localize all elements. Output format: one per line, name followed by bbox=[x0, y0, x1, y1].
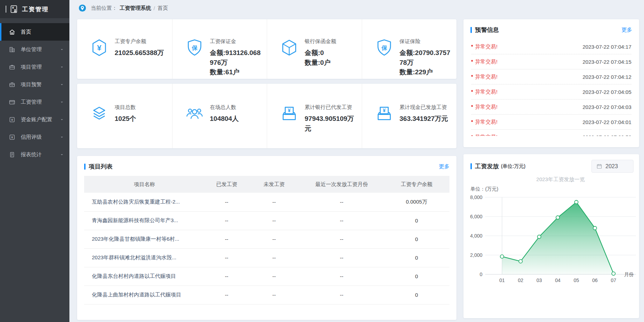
sidebar-item-label: 报表统计 bbox=[21, 151, 42, 158]
caret-down-icon bbox=[60, 118, 64, 122]
yuan-hexagon-icon: ¥ bbox=[90, 39, 108, 57]
svg-text:04: 04 bbox=[555, 278, 561, 283]
warning-list-item[interactable]: 异常交易! 2023-07-22 07:04:15 bbox=[471, 54, 631, 69]
sidebar-item-label: 工资管理 bbox=[21, 99, 42, 105]
warning-list-item[interactable]: 异常交易! 2023-07-22 07:04:17 bbox=[471, 39, 631, 54]
warning-panel-title: 预警信息 bbox=[475, 26, 499, 34]
table-column-header: 最近一次发放工资月份 bbox=[300, 176, 384, 193]
svg-text:¥: ¥ bbox=[12, 6, 14, 9]
project-table-row[interactable]: 2023年群科镇滩北村溢洪道沟水毁...------0 bbox=[84, 248, 449, 267]
project-list-more-link[interactable]: 更多 bbox=[439, 163, 449, 170]
breadcrumb: 当前位置： 工资管理系统 / 首页 bbox=[69, 0, 644, 16]
project-cell-balance: 0.0005万 bbox=[384, 193, 449, 211]
project-cell-balance: 0 bbox=[384, 211, 449, 230]
caret-down-icon bbox=[60, 153, 64, 157]
warning-timestamp: 2023-07-22 07:04:12 bbox=[583, 74, 631, 80]
salary-chart-header: 工资发放 (单位:万元) 2023 bbox=[463, 154, 639, 174]
year-picker[interactable]: 2023 bbox=[591, 160, 633, 173]
warning-list-item[interactable]: 异常交易! 2023-07-22 07:04:01 bbox=[471, 115, 631, 130]
salary-chart-title: 工资发放 bbox=[475, 162, 499, 170]
warning-list-item[interactable]: 异常交易! 2023-07-22 07:04:12 bbox=[471, 69, 631, 84]
unit-management-icon bbox=[9, 46, 15, 53]
warning-timestamp: 2023-07-22 07:04:17 bbox=[583, 44, 631, 50]
project-cell-unpaid: -- bbox=[249, 230, 300, 248]
project-table-row[interactable]: 互助县农村公路灾后恢复重建工程-2...------0.0005万 bbox=[84, 193, 449, 211]
project-cell-balance: 0 bbox=[384, 267, 449, 286]
credit-rating-icon: ¥ bbox=[9, 134, 15, 141]
project-cell-last_month: -- bbox=[300, 230, 384, 248]
stat-card-label: 累计银行已代发工资 bbox=[305, 104, 359, 111]
warning-text: 异常交易! bbox=[475, 89, 497, 95]
project-cell-last_month: -- bbox=[300, 267, 384, 286]
warning-text: 异常交易! bbox=[475, 134, 497, 136]
salary-chart-box: 2023年工资发放一览单位：(万元)8,0006,0004,0002,00000… bbox=[463, 174, 639, 291]
project-table-row[interactable]: ————————————————————— bbox=[84, 304, 449, 313]
alert-dot-icon bbox=[471, 75, 473, 77]
svg-text:01: 01 bbox=[499, 278, 505, 283]
cashbox-yuan-icon: ¥ bbox=[375, 104, 393, 123]
project-cell-paid: -- bbox=[205, 193, 249, 211]
table-column-header: 项目名称 bbox=[84, 176, 205, 193]
report-statistics-icon bbox=[9, 151, 15, 158]
caret-down-icon bbox=[60, 135, 64, 139]
sidebar-item-5[interactable]: 工资管理 bbox=[0, 93, 69, 111]
stat-card-row-2: 项目总数 1025个 在场总人数 104804人 ¥ 累计银行已代发工资 979… bbox=[77, 84, 456, 148]
warning-list-item[interactable]: 异常交易! 2023-07-22 07:03:50 bbox=[471, 130, 631, 136]
stat-card: 在场总人数 104804人 bbox=[172, 84, 267, 148]
stat-card-row-1: ¥ 工资专户余额 21025.665388万 保 工资保证金 金额:913126… bbox=[77, 19, 456, 79]
alert-dot-icon bbox=[471, 105, 473, 107]
sidebar-menu: 首页 单位管理 项目管理 项目预警 工资管理 ¥ 资金账户配置 ¥ 信用评级 报… bbox=[0, 18, 69, 163]
stat-card-value: 金额:913126.068976万 bbox=[210, 48, 264, 67]
project-table-row[interactable]: 青海鑫园新能源科技有限公司年产3...------0 bbox=[84, 211, 449, 230]
cube-icon bbox=[280, 39, 298, 57]
caret-down-icon bbox=[60, 83, 64, 87]
project-warning-icon bbox=[9, 81, 15, 88]
svg-text:06: 06 bbox=[592, 278, 598, 283]
sidebar-item-label: 项目预警 bbox=[21, 81, 42, 88]
sidebar-item-label: 项目管理 bbox=[21, 64, 42, 70]
warning-timestamp: 2023-07-22 07:04:05 bbox=[583, 89, 631, 95]
alert-dot-icon bbox=[471, 45, 473, 47]
stat-card-label: 累计现金已发放工资 bbox=[400, 104, 448, 111]
sidebar-item-4[interactable]: 项目预警 bbox=[0, 76, 69, 93]
svg-text:¥: ¥ bbox=[383, 108, 386, 113]
svg-text:0: 0 bbox=[480, 272, 482, 277]
sidebar-item-1[interactable]: 首页 bbox=[0, 23, 69, 41]
project-table-row[interactable]: 化隆县东台村村内道路以工代赈项目------0 bbox=[84, 267, 449, 286]
stat-card-value: 数量:61户 bbox=[210, 67, 264, 77]
project-list-title: 项目列表 bbox=[89, 163, 113, 171]
project-table-row[interactable]: 2023年化隆县甘都镇隆康一村等6村...------0 bbox=[84, 230, 449, 248]
alert-dot-icon bbox=[471, 60, 473, 62]
sidebar-item-8[interactable]: 报表统计 bbox=[0, 146, 69, 163]
warning-more-link[interactable]: 更多 bbox=[622, 27, 632, 33]
project-cell-unpaid: -- bbox=[249, 267, 300, 286]
project-table-row[interactable]: 化隆县上曲加村村内道路以工代赈项目------0 bbox=[84, 286, 449, 304]
warning-list-item[interactable]: 异常交易! 2023-07-22 07:04:03 bbox=[471, 100, 631, 115]
project-cell-unpaid: -- bbox=[249, 248, 300, 267]
project-cell-name: ——————————————— bbox=[84, 304, 205, 313]
sidebar-item-7[interactable]: ¥ 信用评级 bbox=[0, 128, 69, 146]
content: ¥ 工资专户余额 21025.665388万 保 工资保证金 金额:913126… bbox=[69, 16, 644, 322]
svg-text:02: 02 bbox=[518, 278, 523, 283]
left-column: ¥ 工资专户余额 21025.665388万 保 工资保证金 金额:913126… bbox=[77, 19, 456, 322]
sidebar-item-6[interactable]: ¥ 资金账户配置 bbox=[0, 111, 69, 128]
project-cell-balance: 0 bbox=[384, 248, 449, 267]
project-cell-balance: —————— bbox=[384, 304, 449, 313]
cashbox-yuan-icon: ¥ bbox=[280, 104, 298, 123]
sidebar-item-3[interactable]: 项目管理 bbox=[0, 58, 69, 76]
project-cell-unpaid: -- bbox=[249, 286, 300, 304]
warning-text: 异常交易! bbox=[475, 43, 497, 50]
svg-text:¥: ¥ bbox=[11, 135, 13, 139]
project-cell-name: 2023年群科镇滩北村溢洪道沟水毁... bbox=[84, 248, 205, 267]
caret-down-icon bbox=[60, 48, 64, 52]
alert-dot-icon bbox=[471, 135, 473, 136]
svg-text:2023年工资发放一览: 2023年工资发放一览 bbox=[536, 176, 585, 182]
project-cell-name: 互助县农村公路灾后恢复重建工程-2... bbox=[84, 193, 205, 211]
breadcrumb-root[interactable]: 工资管理系统 bbox=[120, 5, 151, 12]
alert-dot-icon bbox=[471, 90, 473, 92]
sidebar-item-2[interactable]: 单位管理 bbox=[0, 41, 69, 58]
warning-list-item[interactable]: 异常交易! 2023-07-22 07:04:05 bbox=[471, 84, 631, 100]
breadcrumb-current[interactable]: 首页 bbox=[157, 5, 168, 12]
stat-card-label: 工资保证金 bbox=[210, 38, 264, 45]
svg-text:¥: ¥ bbox=[11, 118, 13, 121]
